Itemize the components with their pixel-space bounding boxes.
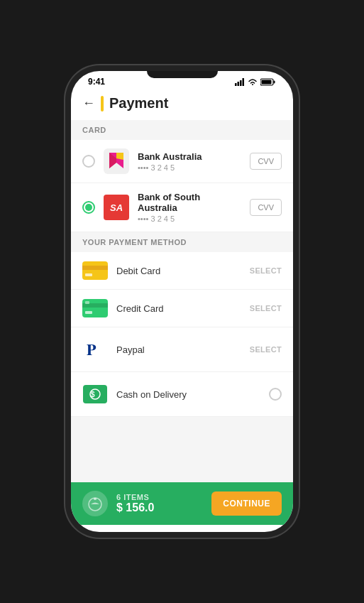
svg-rect-0 <box>235 83 237 86</box>
continue-button[interactable]: CONTINUE <box>211 491 282 516</box>
food-icon <box>82 491 108 516</box>
card-info-bank-sa: Bank of South Australia •••• 3 2 4 5 <box>138 192 241 223</box>
paypal-select-button[interactable]: SELECT <box>250 345 282 354</box>
cash-label: Cash on Delivery <box>116 389 260 400</box>
svg-text:𝐏: 𝐏 <box>87 341 96 359</box>
svg-rect-2 <box>240 80 242 86</box>
wifi-icon <box>248 78 258 86</box>
payment-method-section-header: YOUR PAYMENT METHOD <box>71 232 293 252</box>
debit-card-label: Debit Card <box>116 266 241 276</box>
card-name-bank-sa: Bank of South Australia <box>138 192 241 213</box>
radio-cash[interactable] <box>269 388 282 401</box>
back-button[interactable]: ← <box>82 96 95 111</box>
footer-bar: 6 ITEMS $ 156.0 CONTINUE <box>71 482 293 525</box>
card-number-bank-australia: •••• 3 2 4 5 <box>138 163 241 172</box>
cash-icon: $ <box>82 381 108 407</box>
svg-rect-23 <box>94 498 96 500</box>
svg-rect-16 <box>85 301 89 304</box>
card-number-bank-sa: •••• 3 2 4 5 <box>138 214 241 223</box>
svg-rect-13 <box>85 273 92 276</box>
cvv-button-bank-australia[interactable]: CVV <box>250 153 282 170</box>
notch <box>147 71 218 78</box>
credit-card-icon <box>82 299 108 317</box>
credit-card-label: Credit Card <box>116 303 241 314</box>
payment-method-credit[interactable]: Credit Card SELECT <box>71 290 293 327</box>
paypal-icon: 𝐏 <box>82 337 108 362</box>
status-time: 9:41 <box>88 77 105 87</box>
battery-icon <box>260 78 276 86</box>
page-title: Payment <box>109 95 168 112</box>
paypal-label: Paypal <box>116 344 241 355</box>
footer-info: 6 ITEMS $ 156.0 <box>116 493 203 514</box>
items-count: 6 ITEMS <box>116 493 203 501</box>
svg-rect-6 <box>262 80 272 84</box>
yellow-accent <box>101 96 104 112</box>
debit-select-button[interactable]: SELECT <box>250 266 282 275</box>
phone-frame: 9:41 ← <box>71 71 293 532</box>
radio-bank-sa[interactable] <box>82 201 95 214</box>
status-icons <box>235 78 276 86</box>
card-info-bank-australia: Bank Australia •••• 3 2 4 5 <box>138 151 241 172</box>
scroll-content: ← Payment CARD Bank Australia •••• 3 2 4… <box>71 89 293 525</box>
bank-sa-logo: SA <box>104 195 129 220</box>
content-spacer <box>71 417 293 482</box>
svg-rect-1 <box>238 82 240 86</box>
payment-method-paypal[interactable]: 𝐏 Paypal SELECT <box>71 327 293 372</box>
svg-text:$: $ <box>91 391 95 398</box>
payment-method-debit[interactable]: Debit Card SELECT <box>71 252 293 290</box>
svg-rect-19 <box>83 385 107 403</box>
debit-card-icon <box>82 261 108 280</box>
radio-bank-australia[interactable] <box>82 155 95 168</box>
svg-rect-5 <box>274 80 275 83</box>
svg-rect-3 <box>243 78 245 86</box>
card-item-bank-australia[interactable]: Bank Australia •••• 3 2 4 5 CVV <box>71 140 293 183</box>
card-item-bank-sa[interactable]: SA Bank of South Australia •••• 3 2 4 5 … <box>71 183 293 232</box>
svg-rect-12 <box>82 266 108 270</box>
items-price: $ 156.0 <box>116 501 203 514</box>
cvv-button-bank-sa[interactable]: CVV <box>250 199 282 216</box>
card-name-bank-australia: Bank Australia <box>138 151 241 162</box>
bank-australia-logo <box>104 148 129 174</box>
page-header: ← Payment <box>71 89 293 120</box>
svg-rect-17 <box>85 311 92 314</box>
svg-rect-11 <box>82 261 108 280</box>
card-section-header: CARD <box>71 120 293 140</box>
payment-method-cash[interactable]: $ Cash on Delivery <box>71 372 293 417</box>
credit-select-button[interactable]: SELECT <box>250 304 282 313</box>
signal-icon <box>235 78 245 86</box>
